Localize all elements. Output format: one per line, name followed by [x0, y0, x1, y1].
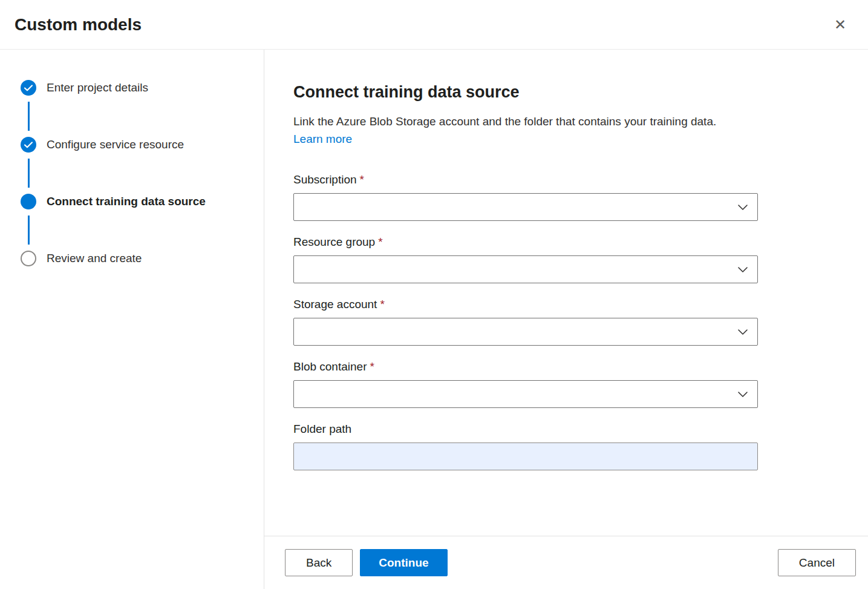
step-label: Connect training data source — [47, 195, 206, 208]
step-label: Review and create — [47, 252, 142, 265]
cancel-button[interactable]: Cancel — [778, 549, 856, 576]
resource-group-dropdown[interactable] — [293, 255, 758, 283]
continue-button[interactable]: Continue — [360, 549, 447, 576]
chevron-down-icon — [738, 329, 748, 335]
step-completed-icon — [21, 80, 36, 96]
dialog-header: Custom models ✕ — [0, 0, 868, 50]
stepper-step-configure-service-resource[interactable]: Configure service resource — [21, 137, 264, 153]
field-label: Folder path — [293, 423, 839, 436]
step-current-icon — [21, 194, 36, 209]
step-upcoming-icon — [21, 251, 36, 266]
step-completed-icon — [21, 137, 36, 153]
blob-container-dropdown[interactable] — [293, 380, 758, 408]
page-description: Link the Azure Blob Storage account and … — [293, 113, 744, 148]
dialog-title: Custom models — [15, 15, 142, 35]
stepper-connector — [28, 216, 30, 245]
page-title: Connect training data source — [293, 83, 839, 102]
blob-container-field: Blob container* — [293, 360, 839, 408]
back-button[interactable]: Back — [285, 549, 353, 576]
main-panel: Connect training data source Link the Az… — [264, 50, 868, 589]
chevron-down-icon — [738, 267, 748, 272]
field-label: Resource group* — [293, 235, 839, 249]
folder-path-field: Folder path — [293, 423, 839, 470]
field-label: Storage account* — [293, 298, 839, 311]
required-asterisk: * — [360, 173, 364, 186]
required-asterisk: * — [370, 360, 374, 373]
close-button[interactable]: ✕ — [829, 14, 851, 36]
folder-path-input[interactable] — [293, 443, 758, 470]
stepper-step-connect-training-data-source[interactable]: Connect training data source — [21, 194, 264, 209]
chevron-down-icon — [738, 205, 748, 210]
stepper-step-enter-project-details[interactable]: Enter project details — [21, 80, 264, 96]
required-asterisk: * — [378, 235, 382, 248]
resource-group-field: Resource group* — [293, 235, 839, 283]
step-label: Enter project details — [47, 81, 148, 94]
field-label: Subscription* — [293, 173, 839, 186]
stepper-connector — [28, 102, 30, 131]
storage-account-dropdown[interactable] — [293, 318, 758, 346]
learn-more-link[interactable]: Learn more — [293, 133, 352, 145]
check-icon — [24, 142, 33, 148]
description-text: Link the Azure Blob Storage account and … — [293, 115, 716, 128]
subscription-dropdown[interactable] — [293, 193, 758, 221]
check-icon — [24, 85, 33, 91]
stepper-connector — [28, 159, 30, 188]
close-icon: ✕ — [834, 16, 846, 33]
dialog-footer: Back Continue Cancel — [264, 536, 868, 589]
wizard-stepper: Enter project details Configure service … — [0, 50, 264, 589]
step-label: Configure service resource — [47, 138, 184, 151]
field-label: Blob container* — [293, 360, 839, 373]
storage-account-field: Storage account* — [293, 298, 839, 346]
subscription-field: Subscription* — [293, 173, 839, 221]
chevron-down-icon — [738, 392, 748, 397]
stepper-step-review-and-create: Review and create — [21, 251, 264, 266]
training-data-source-form: Subscription* Resource group* — [293, 173, 839, 470]
required-asterisk: * — [380, 298, 384, 311]
